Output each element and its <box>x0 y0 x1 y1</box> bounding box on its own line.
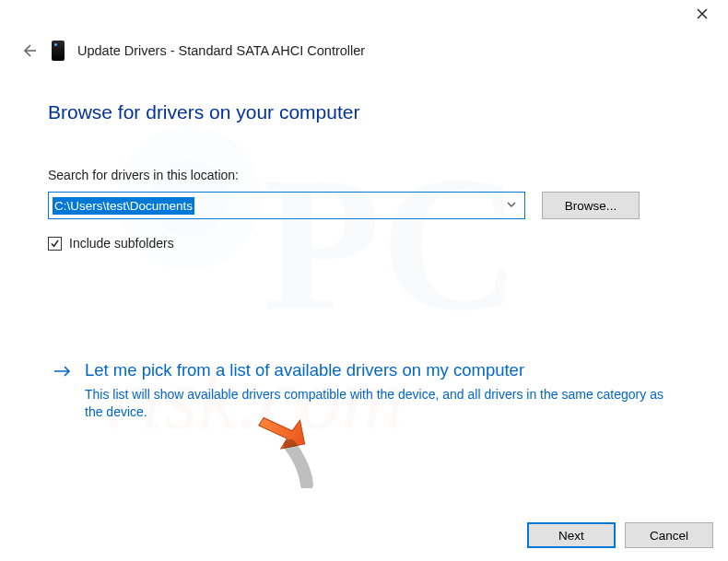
search-location-label: Search for drivers in this location: <box>48 168 691 182</box>
back-arrow-icon[interactable] <box>18 41 39 61</box>
arrow-right-icon <box>53 364 72 382</box>
include-subfolders-checkbox[interactable] <box>48 237 62 251</box>
watermark: PC risk.com <box>0 0 728 561</box>
search-row: C:\Users\test\Documents Browse... <box>48 192 691 219</box>
path-combobox[interactable]: C:\Users\test\Documents <box>48 192 525 219</box>
cancel-button-label: Cancel <box>650 529 688 543</box>
content-area: Browse for drivers on your computer Sear… <box>48 101 691 251</box>
titlebar <box>0 0 728 28</box>
drive-icon <box>52 41 65 61</box>
next-button[interactable]: Next <box>527 522 616 548</box>
browse-button-label: Browse... <box>565 199 616 213</box>
browse-button[interactable]: Browse... <box>542 192 640 219</box>
heading: Browse for drivers on your computer <box>48 101 691 123</box>
wizard-header: Update Drivers - Standard SATA AHCI Cont… <box>18 41 365 61</box>
pick-title: Let me pick from a list of available dri… <box>85 359 524 381</box>
include-subfolders-row: Include subfolders <box>48 236 691 251</box>
next-button-label: Next <box>558 529 584 543</box>
close-icon[interactable] <box>684 0 721 28</box>
pick-from-list-option[interactable]: Let me pick from a list of available dri… <box>53 359 682 421</box>
path-value: C:\Users\test\Documents <box>53 197 194 215</box>
include-subfolders-label: Include subfolders <box>69 236 174 251</box>
cancel-button[interactable]: Cancel <box>625 522 713 548</box>
pick-description: This list will show available drivers co… <box>85 386 675 421</box>
footer-buttons: Next Cancel <box>527 522 713 548</box>
page-title: Update Drivers - Standard SATA AHCI Cont… <box>77 43 365 58</box>
chevron-down-icon[interactable] <box>506 197 517 214</box>
